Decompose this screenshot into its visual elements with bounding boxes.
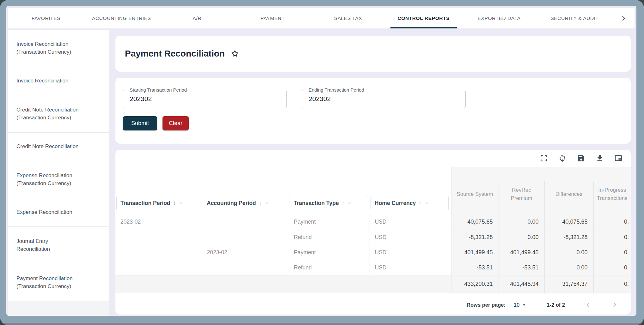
tab-control-reports[interactable]: CONTROL REPORTS [386,8,461,28]
column-header-transaction-period: Transaction Period ↓ [115,181,202,214]
filter-icon[interactable] [347,201,352,205]
screen-frame: FAVORITES ACCOUNTING ENTRIES A/R PAYMENT… [0,0,644,325]
sort-asc-icon[interactable]: ↑ [419,200,421,206]
caret-down-icon: ▼ [522,303,526,307]
page-title: Payment Reconciliation [125,49,225,59]
column-header-differences: Differences [544,181,593,214]
clear-button[interactable]: Clear [163,116,189,130]
sidebar-item-credit-note-reconciliation[interactable]: Credit Note Reconciliation [8,133,109,161]
cell-transaction-period: 2023-02 [115,214,202,275]
starting-transaction-period-field: Starting Transaction Period [123,90,287,108]
pagination-range: 1-2 of 2 [547,302,565,308]
column-header-transaction-type: Transaction Type ↑ [289,181,370,214]
cell-revrec-premium: 0.00 [499,230,544,245]
sort-desc-icon[interactable]: ↓ [259,200,262,206]
submit-button[interactable]: Submit [123,116,157,130]
refresh-icon[interactable] [558,154,567,162]
sidebar-item-journal-entry-reconciliation[interactable]: Journal Entry Reconciliation [8,227,109,264]
cell-in-progress: 0. [593,260,631,275]
filter-icon[interactable] [179,201,183,205]
cell-home-currency: USD [370,260,451,275]
save-icon[interactable] [577,154,585,162]
cell-source-system: 401,499.45 [451,245,499,260]
table-toolbar [115,150,631,167]
cell-source-system: 40,075.65 [451,214,499,230]
value-header-spacer [451,167,631,181]
cell-home-currency: USD [370,230,451,245]
column-header-revrec-premium: RevRec Premium [499,181,544,214]
fullscreen-icon[interactable] [540,154,548,162]
cell-source-system: -8,321.28 [451,230,499,245]
tab-security-audit[interactable]: SECURITY & AUDIT [537,8,612,28]
cell-transaction-type: Refund [289,230,370,245]
total-in-progress: 0. [593,275,631,293]
tab-exported-data[interactable]: EXPORTED DATA [461,8,537,28]
sidebar-item-expense-reconciliation-txn-currency[interactable]: Expense Reconciliation (Transaction Curr… [8,161,109,198]
cell-revrec-premium: -53.51 [499,260,544,275]
next-page-icon[interactable] [611,301,618,308]
screen-edge-strip [0,323,644,325]
filter-icon[interactable] [424,201,429,205]
cell-transaction-type: Refund [289,260,370,275]
totals-row-spacer [115,275,451,293]
chevron-right-icon [620,15,627,21]
download-icon[interactable] [596,154,604,162]
app-window: FAVORITES ACCOUNTING ENTRIES A/R PAYMENT… [6,6,636,316]
total-source-system: 433,200.31 [451,275,499,293]
cell-differences: -8,321.28 [544,230,593,245]
table-view-icon[interactable] [614,154,623,162]
favorite-star-icon[interactable] [230,49,239,58]
column-header-in-progress-transactions: In-Progress Transactions [593,181,631,214]
cell-transaction-type: Payment [289,245,370,260]
previous-page-icon[interactable] [585,301,592,308]
cell-in-progress: 0. [593,214,631,230]
transaction-period-header-chip[interactable]: Transaction Period ↓ [116,196,199,210]
ending-transaction-period-input[interactable] [302,90,465,108]
starting-transaction-period-input[interactable] [123,90,286,108]
total-revrec-premium: 401,445.94 [499,275,544,293]
tab-favorites[interactable]: FAVORITES [8,8,84,28]
column-header-home-currency: Home Currency ↑ [370,181,451,214]
cell-differences: 40,075.65 [544,214,593,230]
tab-ar[interactable]: A/R [159,8,235,28]
filter-card: Starting Transaction Period Ending Trans… [115,78,631,144]
report-title-card: Payment Reconciliation [115,36,631,72]
sidebar-item-expense-reconciliation[interactable]: Expense Reconciliation [8,198,109,227]
cell-transaction-type: Payment [289,214,370,230]
accounting-period-header-chip[interactable]: Accounting Period ↓ [203,196,286,210]
top-tab-bar: FAVORITES ACCOUNTING ENTRIES A/R PAYMENT… [8,8,635,28]
tab-payment[interactable]: PAYMENT [235,8,310,28]
sort-asc-icon[interactable]: ↑ [342,200,345,206]
cell-accounting-period: 2023-02 [202,245,289,275]
cell-source-system: -53.51 [451,260,499,275]
column-header-source-system: Source System [451,181,499,214]
cell-revrec-premium: 401,499.45 [499,245,544,260]
cell-home-currency: USD [370,214,451,230]
home-currency-header-chip[interactable]: Home Currency ↑ [371,196,449,210]
cell-differences: 0.00 [544,245,593,260]
sidebar-item-payment-reconciliation[interactable]: Payment Reconciliation [8,301,109,316]
sort-desc-icon[interactable]: ↓ [173,200,176,206]
sidebar-item-credit-note-reconciliation-txn-currency[interactable]: Credit Note Reconciliation (Transaction … [8,95,109,133]
cell-accounting-period-blank [202,214,289,245]
column-header-accounting-period: Accounting Period ↓ [202,181,289,214]
sidebar-item-payment-reconciliation-txn-currency[interactable]: Payment Reconciliation (Transaction Curr… [8,264,109,301]
cell-revrec-premium: 0.00 [499,214,544,230]
cell-in-progress: 0. [593,230,631,245]
rows-per-page-select[interactable]: 10 ▼ [514,302,526,308]
table-pagination: Rows per page: 10 ▼ 1-2 of 2 [115,295,631,315]
sidebar-item-invoice-reconciliation-txn-currency[interactable]: Invoice Reconciliation (Transaction Curr… [8,30,109,67]
cell-in-progress: 0. [593,245,631,260]
sidebar-item-invoice-reconciliation[interactable]: Invoice Reconciliation [8,67,109,95]
tabs-overflow-button[interactable] [612,8,635,28]
tab-sales-tax[interactable]: SALES TAX [310,8,386,28]
tab-accounting-entries[interactable]: ACCOUNTING ENTRIES [84,8,159,28]
main-content: Payment Reconciliation Starting Transact… [115,30,631,316]
totals-row: 433,200.31 401,445.94 31,754.37 0. [115,275,631,293]
ending-transaction-period-field: Ending Transaction Period [302,90,466,108]
filter-icon[interactable] [264,201,269,205]
transaction-type-header-chip[interactable]: Transaction Type ↑ [290,196,367,210]
cell-differences: 0.00 [544,260,593,275]
rows-per-page-label: Rows per page: [467,302,506,308]
cell-home-currency: USD [370,245,451,260]
